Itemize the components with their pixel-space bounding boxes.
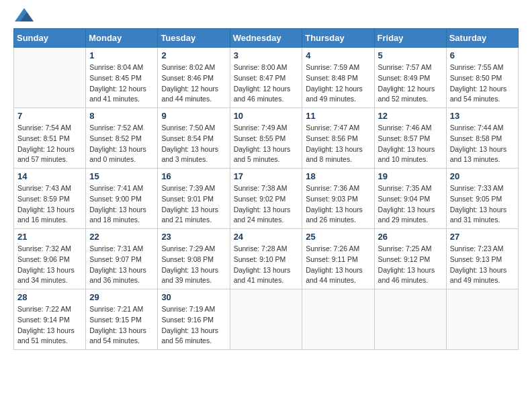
cell-content: Sunrise: 7:54 AM Sunset: 8:51 PM Dayligh…: [17, 123, 82, 165]
day-number: 17: [234, 171, 299, 181]
day-number: 22: [89, 232, 154, 242]
calendar-header-row: SundayMondayTuesdayWednesdayThursdayFrid…: [14, 29, 519, 48]
cell-content: Sunrise: 7:19 AM Sunset: 9:16 PM Dayligh…: [161, 304, 226, 347]
day-number: 30: [161, 292, 226, 302]
day-number: 11: [306, 111, 370, 121]
cell-content: Sunrise: 7:46 AM Sunset: 8:57 PM Dayligh…: [378, 123, 443, 165]
calendar-cell: 30Sunrise: 7:19 AM Sunset: 9:16 PM Dayli…: [158, 289, 230, 350]
cell-content: Sunrise: 7:41 AM Sunset: 9:00 PM Dayligh…: [89, 183, 154, 226]
cell-content: Sunrise: 7:23 AM Sunset: 9:13 PM Dayligh…: [450, 244, 515, 286]
day-number: 28: [17, 292, 82, 302]
day-header-thursday: Thursday: [302, 29, 374, 48]
day-number: 12: [378, 111, 443, 121]
calendar-cell: 9Sunrise: 7:50 AM Sunset: 8:54 PM Daylig…: [158, 108, 230, 169]
cell-content: Sunrise: 7:50 AM Sunset: 8:54 PM Dayligh…: [161, 123, 226, 165]
day-number: 24: [234, 232, 299, 242]
calendar-cell: 23Sunrise: 7:29 AM Sunset: 9:08 PM Dayli…: [158, 229, 230, 289]
day-number: 14: [17, 171, 82, 181]
cell-content: Sunrise: 7:43 AM Sunset: 8:59 PM Dayligh…: [17, 183, 82, 226]
day-number: 3: [234, 50, 299, 60]
day-header-friday: Friday: [374, 29, 446, 48]
day-number: 19: [378, 171, 443, 181]
calendar-cell: 26Sunrise: 7:25 AM Sunset: 9:12 PM Dayli…: [374, 229, 446, 289]
calendar-cell: [14, 48, 86, 108]
calendar-cell: 2Sunrise: 8:02 AM Sunset: 8:46 PM Daylig…: [158, 48, 230, 108]
calendar-cell: 7Sunrise: 7:54 AM Sunset: 8:51 PM Daylig…: [14, 108, 86, 169]
cell-content: Sunrise: 7:25 AM Sunset: 9:12 PM Dayligh…: [378, 244, 443, 286]
calendar-cell: 8Sunrise: 7:52 AM Sunset: 8:52 PM Daylig…: [86, 108, 158, 169]
calendar-week-row: 1Sunrise: 8:04 AM Sunset: 8:45 PM Daylig…: [14, 48, 519, 108]
logo: [13, 13, 34, 21]
cell-content: Sunrise: 7:38 AM Sunset: 9:02 PM Dayligh…: [234, 183, 299, 226]
calendar-week-row: 14Sunrise: 7:43 AM Sunset: 8:59 PM Dayli…: [14, 169, 519, 229]
calendar-week-row: 7Sunrise: 7:54 AM Sunset: 8:51 PM Daylig…: [14, 108, 519, 169]
calendar-cell: [302, 289, 374, 350]
cell-content: Sunrise: 8:00 AM Sunset: 8:47 PM Dayligh…: [234, 62, 299, 105]
cell-content: Sunrise: 7:47 AM Sunset: 8:56 PM Dayligh…: [306, 123, 370, 165]
day-number: 27: [450, 232, 515, 242]
calendar-cell: 4Sunrise: 7:59 AM Sunset: 8:48 PM Daylig…: [302, 48, 374, 108]
day-header-tuesday: Tuesday: [158, 29, 230, 48]
calendar-cell: 22Sunrise: 7:31 AM Sunset: 9:07 PM Dayli…: [86, 229, 158, 289]
day-number: 4: [306, 50, 370, 60]
calendar-cell: 16Sunrise: 7:39 AM Sunset: 9:01 PM Dayli…: [158, 169, 230, 229]
calendar-cell: 3Sunrise: 8:00 AM Sunset: 8:47 PM Daylig…: [230, 48, 302, 108]
cell-content: Sunrise: 7:49 AM Sunset: 8:55 PM Dayligh…: [234, 123, 299, 165]
calendar-cell: 25Sunrise: 7:26 AM Sunset: 9:11 PM Dayli…: [302, 229, 374, 289]
day-header-monday: Monday: [86, 29, 158, 48]
day-number: 16: [161, 171, 226, 181]
cell-content: Sunrise: 7:59 AM Sunset: 8:48 PM Dayligh…: [306, 62, 370, 105]
calendar-cell: 15Sunrise: 7:41 AM Sunset: 9:00 PM Dayli…: [86, 169, 158, 229]
cell-content: Sunrise: 7:22 AM Sunset: 9:14 PM Dayligh…: [17, 304, 82, 347]
day-number: 15: [89, 171, 154, 181]
day-number: 7: [17, 111, 82, 121]
calendar-table: SundayMondayTuesdayWednesdayThursdayFrid…: [13, 28, 519, 350]
day-number: 21: [17, 232, 82, 242]
calendar-cell: 20Sunrise: 7:33 AM Sunset: 9:05 PM Dayli…: [446, 169, 518, 229]
cell-content: Sunrise: 7:32 AM Sunset: 9:06 PM Dayligh…: [17, 244, 82, 286]
cell-content: Sunrise: 8:02 AM Sunset: 8:46 PM Dayligh…: [161, 62, 226, 105]
calendar-cell: 29Sunrise: 7:21 AM Sunset: 9:15 PM Dayli…: [86, 289, 158, 350]
page-header: [13, 13, 519, 21]
day-header-saturday: Saturday: [446, 29, 518, 48]
calendar-cell: [374, 289, 446, 350]
calendar-cell: 10Sunrise: 7:49 AM Sunset: 8:55 PM Dayli…: [230, 108, 302, 169]
cell-content: Sunrise: 7:28 AM Sunset: 9:10 PM Dayligh…: [234, 244, 299, 286]
cell-content: Sunrise: 7:36 AM Sunset: 9:03 PM Dayligh…: [306, 183, 370, 226]
calendar-cell: 17Sunrise: 7:38 AM Sunset: 9:02 PM Dayli…: [230, 169, 302, 229]
day-header-wednesday: Wednesday: [230, 29, 302, 48]
day-number: 2: [161, 50, 226, 60]
calendar-cell: 24Sunrise: 7:28 AM Sunset: 9:10 PM Dayli…: [230, 229, 302, 289]
calendar-cell: 18Sunrise: 7:36 AM Sunset: 9:03 PM Dayli…: [302, 169, 374, 229]
day-number: 1: [89, 50, 154, 60]
calendar-cell: [230, 289, 302, 350]
calendar-cell: 11Sunrise: 7:47 AM Sunset: 8:56 PM Dayli…: [302, 108, 374, 169]
day-number: 23: [161, 232, 226, 242]
day-number: 5: [378, 50, 443, 60]
day-number: 6: [450, 50, 515, 60]
day-number: 29: [89, 292, 154, 302]
cell-content: Sunrise: 7:21 AM Sunset: 9:15 PM Dayligh…: [89, 304, 154, 347]
logo-icon: [15, 8, 34, 21]
cell-content: Sunrise: 7:52 AM Sunset: 8:52 PM Dayligh…: [89, 123, 154, 165]
cell-content: Sunrise: 7:35 AM Sunset: 9:04 PM Dayligh…: [378, 183, 443, 226]
cell-content: Sunrise: 7:33 AM Sunset: 9:05 PM Dayligh…: [450, 183, 515, 226]
cell-content: Sunrise: 7:57 AM Sunset: 8:49 PM Dayligh…: [378, 62, 443, 105]
day-number: 26: [378, 232, 443, 242]
day-number: 20: [450, 171, 515, 181]
calendar-cell: 21Sunrise: 7:32 AM Sunset: 9:06 PM Dayli…: [14, 229, 86, 289]
day-number: 18: [306, 171, 370, 181]
day-number: 10: [234, 111, 299, 121]
calendar-cell: 6Sunrise: 7:55 AM Sunset: 8:50 PM Daylig…: [446, 48, 518, 108]
cell-content: Sunrise: 7:26 AM Sunset: 9:11 PM Dayligh…: [306, 244, 370, 286]
cell-content: Sunrise: 7:31 AM Sunset: 9:07 PM Dayligh…: [89, 244, 154, 286]
cell-content: Sunrise: 7:55 AM Sunset: 8:50 PM Dayligh…: [450, 62, 515, 105]
calendar-cell: 5Sunrise: 7:57 AM Sunset: 8:49 PM Daylig…: [374, 48, 446, 108]
day-number: 25: [306, 232, 370, 242]
cell-content: Sunrise: 7:29 AM Sunset: 9:08 PM Dayligh…: [161, 244, 226, 286]
calendar-cell: 13Sunrise: 7:44 AM Sunset: 8:58 PM Dayli…: [446, 108, 518, 169]
day-number: 13: [450, 111, 515, 121]
calendar-week-row: 21Sunrise: 7:32 AM Sunset: 9:06 PM Dayli…: [14, 229, 519, 289]
calendar-cell: 27Sunrise: 7:23 AM Sunset: 9:13 PM Dayli…: [446, 229, 518, 289]
calendar-cell: 1Sunrise: 8:04 AM Sunset: 8:45 PM Daylig…: [86, 48, 158, 108]
